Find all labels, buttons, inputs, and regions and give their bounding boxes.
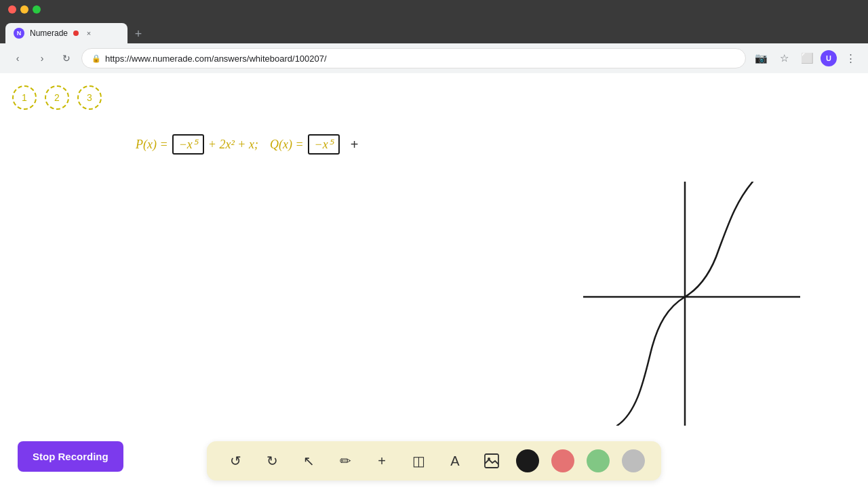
nav-bar: ‹ › ↻ 🔒 https://www.numerade.com/answers… bbox=[0, 43, 868, 73]
plus-sign: + bbox=[351, 137, 359, 152]
select-tool-button[interactable]: ↖ bbox=[296, 449, 321, 473]
p-box: −x⁵ bbox=[172, 134, 204, 155]
color-green[interactable] bbox=[587, 449, 610, 472]
step-3[interactable]: 3 bbox=[77, 85, 102, 110]
step-2[interactable]: 2 bbox=[45, 85, 69, 110]
graph-area bbox=[583, 182, 800, 426]
menu-icon[interactable]: ⋮ bbox=[841, 49, 860, 68]
pen-tool-button[interactable]: ✏ bbox=[333, 449, 357, 473]
formula-p: P(x) = −x⁵ + 2x² + x; Q(x) = −x⁵ bbox=[136, 134, 341, 155]
q-box: −x⁵ bbox=[308, 134, 340, 155]
address-text: https://www.numerade.com/answers/whitebo… bbox=[105, 54, 327, 64]
stop-recording-button[interactable]: Stop Recording bbox=[18, 441, 123, 472]
tab-recording-indicator bbox=[73, 30, 79, 36]
p-rest: + 2x² + x; bbox=[208, 138, 258, 152]
address-bar[interactable]: 🔒 https://www.numerade.com/answers/white… bbox=[81, 48, 746, 68]
lock-icon: 🔒 bbox=[92, 54, 101, 63]
camera-icon[interactable]: 📷 bbox=[751, 49, 770, 68]
browser-chrome: N Numerade × + ‹ › ↻ 🔒 https://www.numer… bbox=[0, 0, 868, 73]
undo-button[interactable]: ↺ bbox=[223, 449, 248, 473]
add-button[interactable]: + bbox=[370, 449, 394, 473]
tab-close-button[interactable]: × bbox=[84, 28, 94, 38]
color-black[interactable] bbox=[516, 449, 539, 472]
image-button[interactable] bbox=[479, 449, 504, 473]
tab-search-icon[interactable]: ⬜ bbox=[797, 49, 816, 68]
tab-bar: N Numerade × + bbox=[0, 19, 868, 43]
toolbar-inner: ↺ ↻ ↖ ✏ + ◫ A bbox=[207, 441, 661, 481]
bookmark-icon[interactable]: ☆ bbox=[774, 49, 793, 68]
nav-actions: 📷 ☆ ⬜ U ⋮ bbox=[751, 49, 860, 68]
p-prefix: P(x) = bbox=[136, 138, 168, 152]
tab-favicon: N bbox=[14, 28, 24, 39]
step-1[interactable]: 1 bbox=[12, 85, 37, 110]
color-gray[interactable] bbox=[622, 449, 645, 472]
back-button[interactable]: ‹ bbox=[8, 49, 27, 68]
tab-label: Numerade bbox=[30, 28, 68, 38]
graph-svg bbox=[583, 182, 800, 426]
minimize-window-button[interactable] bbox=[20, 5, 28, 14]
maximize-window-button[interactable] bbox=[33, 5, 41, 14]
page-content: 1 2 3 P(x) = −x⁵ + 2x² + x; Q(x) = −x⁵ + bbox=[0, 73, 868, 488]
toolbar: ↺ ↻ ↖ ✏ + ◫ A bbox=[0, 434, 868, 488]
forward-button[interactable]: › bbox=[33, 49, 52, 68]
q-prefix: Q(x) = bbox=[270, 138, 304, 152]
user-avatar[interactable]: U bbox=[821, 50, 837, 66]
formula-area: P(x) = −x⁵ + 2x² + x; Q(x) = −x⁵ + bbox=[136, 134, 358, 155]
text-button[interactable]: A bbox=[443, 449, 467, 473]
title-bar bbox=[0, 0, 868, 19]
traffic-lights bbox=[8, 5, 41, 14]
active-tab[interactable]: N Numerade × bbox=[5, 23, 127, 43]
new-tab-button[interactable]: + bbox=[129, 24, 148, 43]
color-pink[interactable] bbox=[551, 449, 574, 472]
close-window-button[interactable] bbox=[8, 5, 16, 14]
eraser-button[interactable]: ◫ bbox=[406, 449, 431, 473]
step-indicators: 1 2 3 bbox=[12, 85, 102, 110]
refresh-button[interactable]: ↻ bbox=[57, 49, 76, 68]
redo-button[interactable]: ↻ bbox=[260, 449, 284, 473]
